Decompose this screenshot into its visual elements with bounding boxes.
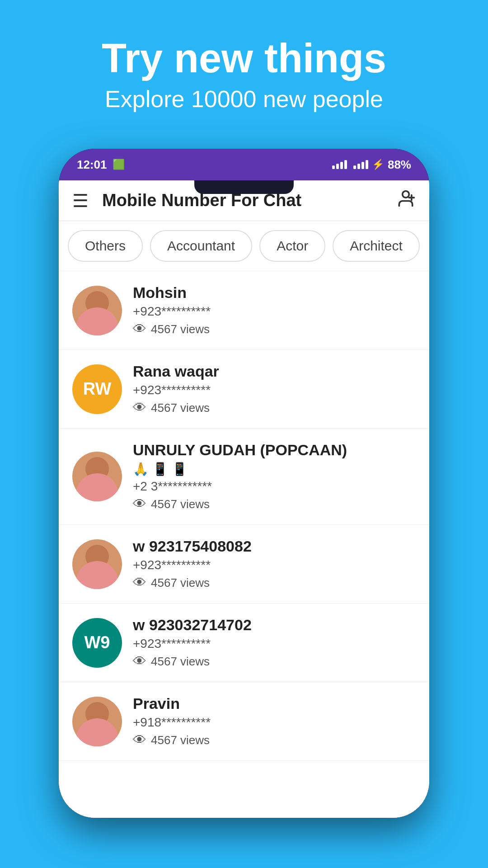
contact-phone-5: +923********** [133, 637, 416, 651]
eye-icon-1: 👁 [133, 321, 146, 337]
phone-mockup: 12:01 🟩 ⚡ 88% ☰ [59, 149, 429, 818]
contact-name-1: Mohsin [133, 284, 416, 302]
tab-architect[interactable]: Architect [333, 230, 420, 262]
views-count-2: 4567 views [151, 401, 210, 415]
avatar-1 [72, 286, 122, 335]
eye-icon-4: 👁 [133, 575, 146, 590]
contact-views-5: 👁4567 views [133, 654, 416, 669]
signal-icon [332, 160, 347, 169]
status-right: ⚡ 88% [332, 158, 411, 172]
contact-views-2: 👁4567 views [133, 400, 416, 415]
contact-views-4: 👁4567 views [133, 575, 416, 590]
contact-name-3: UNRULY GUDAH (POPCAAN) [133, 441, 416, 459]
hero-section: Try new things Explore 10000 new people [102, 36, 386, 113]
phone-inner: 12:01 🟩 ⚡ 88% ☰ [59, 149, 429, 818]
contact-phone-4: +923********** [133, 558, 416, 572]
contacts-list: Mohsin+923**********👁4567 viewsRWRana wa… [59, 271, 429, 818]
views-count-3: 4567 views [151, 497, 210, 511]
hamburger-menu-icon[interactable]: ☰ [72, 192, 89, 210]
contact-info-3: UNRULY GUDAH (POPCAAN)🙏 📱 📱+2 3*********… [133, 441, 416, 512]
contact-item-1[interactable]: Mohsin+923**********👁4567 views [59, 271, 429, 350]
svg-point-0 [403, 191, 409, 198]
avatar-4 [72, 539, 122, 589]
add-user-button[interactable] [396, 189, 416, 212]
avatar-5: W9 [72, 618, 122, 668]
contact-item-4[interactable]: w 923175408082+923**********👁4567 views [59, 525, 429, 604]
bolt-icon: ⚡ [372, 159, 384, 170]
status-bar: 12:01 🟩 ⚡ 88% [59, 149, 429, 180]
contact-views-3: 👁4567 views [133, 496, 416, 512]
contact-emoji-3: 🙏 📱 📱 [133, 462, 416, 476]
app-content: ☰ Mobile Number For Chat Others Ac [59, 180, 429, 818]
tab-others[interactable]: Others [68, 230, 143, 262]
eye-icon-6: 👁 [133, 732, 146, 748]
contact-info-4: w 923175408082+923**********👁4567 views [133, 538, 416, 590]
eye-icon-2: 👁 [133, 400, 146, 415]
contact-name-6: Pravin [133, 695, 416, 712]
contact-info-6: Pravin+918**********👁4567 views [133, 695, 416, 748]
category-tabs: Others Accountant Actor Architect [59, 221, 429, 271]
contact-phone-2: +923********** [133, 383, 416, 397]
contact-name-4: w 923175408082 [133, 538, 416, 555]
tab-accountant[interactable]: Accountant [150, 230, 252, 262]
hero-title: Try new things [102, 36, 386, 81]
contact-item-2[interactable]: RWRana waqar+923**********👁4567 views [59, 350, 429, 429]
views-count-1: 4567 views [151, 322, 210, 336]
contact-phone-3: +2 3*********** [133, 479, 416, 494]
contact-views-1: 👁4567 views [133, 321, 416, 337]
views-count-5: 4567 views [151, 655, 210, 669]
contact-phone-6: +918********** [133, 715, 416, 730]
avatar-2: RW [72, 364, 122, 414]
signal-icon-2 [353, 160, 368, 169]
eye-icon-3: 👁 [133, 496, 146, 512]
status-icon: 🟩 [113, 159, 125, 170]
contact-info-2: Rana waqar+923**********👁4567 views [133, 363, 416, 415]
contact-info-1: Mohsin+923**********👁4567 views [133, 284, 416, 337]
contact-views-6: 👁4567 views [133, 732, 416, 748]
hero-subtitle: Explore 10000 new people [102, 85, 386, 113]
avatar-6 [72, 697, 122, 746]
battery-percent: 88% [388, 158, 411, 172]
contact-name-5: w 923032714702 [133, 616, 416, 634]
tab-actor[interactable]: Actor [259, 230, 325, 262]
contact-name-2: Rana waqar [133, 363, 416, 380]
phone-shell: 12:01 🟩 ⚡ 88% ☰ [59, 149, 429, 818]
contact-item-3[interactable]: UNRULY GUDAH (POPCAAN)🙏 📱 📱+2 3*********… [59, 429, 429, 525]
contact-info-5: w 923032714702+923**********👁4567 views [133, 616, 416, 669]
contact-phone-1: +923********** [133, 304, 416, 319]
views-count-6: 4567 views [151, 733, 210, 747]
contact-item-6[interactable]: Pravin+918**********👁4567 views [59, 682, 429, 761]
views-count-4: 4567 views [151, 576, 210, 590]
status-time: 12:01 [77, 158, 107, 172]
avatar-3 [72, 452, 122, 501]
status-left: 12:01 🟩 [77, 158, 125, 172]
contact-item-5[interactable]: W9w 923032714702+923**********👁4567 view… [59, 604, 429, 682]
phone-notch [194, 180, 294, 194]
eye-icon-5: 👁 [133, 654, 146, 669]
